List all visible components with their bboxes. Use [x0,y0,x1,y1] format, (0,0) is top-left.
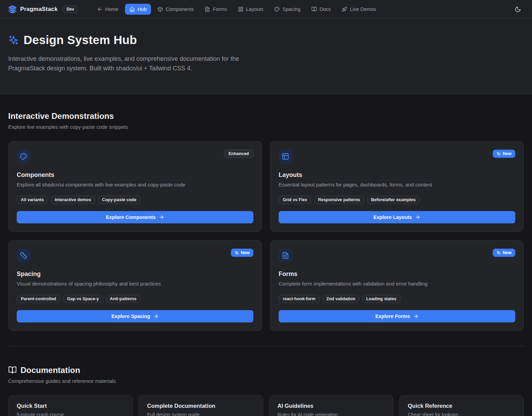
tag-row: react-hook-form Zod validation Loading s… [279,295,515,303]
card-title: Spacing [17,271,253,278]
documentation-section: Documentation Comprehensive guides and r… [8,365,524,416]
page-subtitle: Interactive demonstrations, live example… [8,54,265,73]
nav-item-live-demos[interactable]: Live Demos [337,4,381,15]
arrow-right-icon [413,314,419,319]
book-open-icon [8,366,17,374]
tag: All variants [17,196,48,204]
card-title: Layouts [279,171,515,179]
nav-label: Forms [213,6,227,12]
tag: Zod validation [322,295,360,303]
nav-label: Spacing [282,6,300,12]
file-text-icon [205,6,210,12]
button-label: Explore Forms [375,314,410,319]
explore-components-button[interactable]: Explore Components [17,211,253,223]
docs-section-subheading: Comprehensive guides and reference mater… [8,378,524,384]
demo-card-spacing: New Spacing Visual demonstrations of spa… [8,240,262,331]
doc-card-quick-start[interactable]: Quick Start 5-minute crash course [8,395,133,416]
box-icon [157,6,163,12]
nav-item-hub[interactable]: Hub [125,4,151,15]
new-badge: New [493,249,515,257]
book-open-icon [311,6,317,12]
nav-label: Live Demos [350,6,376,12]
palette-icon [274,6,280,12]
moon-icon [515,6,521,13]
brand-name: PragmaStack [20,6,58,13]
file-text-icon [279,249,292,262]
rocket-icon [342,6,347,12]
nav-item-components[interactable]: Components [153,4,198,15]
main-nav: Home Hub Components Forms Layouts Spacin… [93,4,508,15]
docs-card-grid: Quick Start 5-minute crash course Comple… [8,395,524,416]
card-description: Essential layout patterns for pages, das… [279,182,515,188]
badge-label: New [241,250,250,255]
doc-card-title: Quick Start [17,403,124,409]
layout-grid-icon [238,6,243,12]
top-navbar: PragmaStack Dev Home Hub Components Form… [0,0,532,19]
arrow-right-icon [415,214,420,220]
house-icon [129,6,135,12]
tag: Parent-controlled [17,295,60,303]
new-badge: New [231,249,253,257]
doc-card-description: Rules for AI code generation [278,412,385,416]
sparkles-icon [8,35,19,45]
page-title: Design System Hub [24,33,137,47]
card-description: Complete form implementations with valid… [279,281,515,287]
demos-section-heading: Interactive Demonstrations [8,111,524,121]
badge-label: New [503,250,512,255]
tag: Copy-paste code [98,196,141,204]
arrow-right-icon [153,314,159,319]
new-badge: New [493,150,515,158]
doc-card-description: 5-minute crash course [17,412,124,416]
panels-top-left-icon [279,150,292,163]
env-badge: Dev [62,5,78,13]
arrow-left-icon [97,6,102,12]
card-title: Components [17,171,253,179]
doc-card-title: AI Guidelines [278,403,385,409]
nav-item-docs[interactable]: Docs [307,4,335,15]
palette-icon [17,150,30,163]
hero-section: Design System Hub Interactive demonstrat… [0,19,532,94]
doc-card-quick-reference[interactable]: Quick Reference Cheat sheet for lookups [399,395,524,416]
nav-item-layouts[interactable]: Layouts [234,4,268,15]
button-label: Explore Spacing [111,314,150,319]
demo-card-components: Enhanced Components Explore all shadcn/u… [8,141,262,232]
nav-label: Components [166,6,194,12]
tag: Anti-patterns [106,295,141,303]
tag: Loading states [362,295,401,303]
button-label: Explore Layouts [374,214,412,220]
demo-card-layouts: New Layouts Essential layout patterns fo… [270,141,524,232]
doc-card-ai-guidelines[interactable]: AI Guidelines Rules for AI code generati… [269,395,394,416]
ruler-icon [17,249,30,262]
doc-card-title: Complete Documentation [147,403,255,409]
badge-label: New [503,151,512,156]
tag: Grid vs Flex [279,196,311,204]
sparkles-icon [235,251,239,255]
main-content: Interactive Demonstrations Explore live … [0,94,532,416]
explore-forms-button[interactable]: Explore Forms [279,310,515,322]
sparkles-icon [496,152,501,156]
card-title: Forms [279,271,515,278]
doc-card-complete-documentation[interactable]: Complete Documentation Full design syste… [139,395,263,416]
tag: Before/after examples [367,196,420,204]
doc-card-title: Quick Reference [408,403,515,409]
nav-item-forms[interactable]: Forms [200,4,231,15]
tag: Responsive patterns [314,196,364,204]
arrow-right-icon [159,214,164,220]
enhanced-badge: Enhanced [224,150,253,158]
demos-section-subheading: Explore live examples with copy-paste co… [8,124,524,130]
tag-row: Grid vs Flex Responsive patterns Before/… [279,196,515,204]
tag: Gap vs Space-y [63,295,103,303]
nav-label: Hub [138,6,147,12]
nav-item-home[interactable]: Home [93,4,123,15]
nav-item-spacing[interactable]: Spacing [270,4,305,15]
theme-toggle-button[interactable] [512,3,524,15]
demo-card-forms: New Forms Complete form implementations … [270,240,524,331]
explore-spacing-button[interactable]: Explore Spacing [17,310,253,322]
explore-layouts-button[interactable]: Explore Layouts [279,211,515,223]
tag: Interactive demos [51,196,95,204]
demo-card-grid: Enhanced Components Explore all shadcn/u… [8,141,524,331]
docs-section-heading: Documentation [20,365,80,375]
brand[interactable]: PragmaStack Dev [8,5,78,14]
card-description: Explore all shadcn/ui components with li… [17,182,253,188]
card-description: Visual demonstrations of spacing philoso… [17,281,253,287]
